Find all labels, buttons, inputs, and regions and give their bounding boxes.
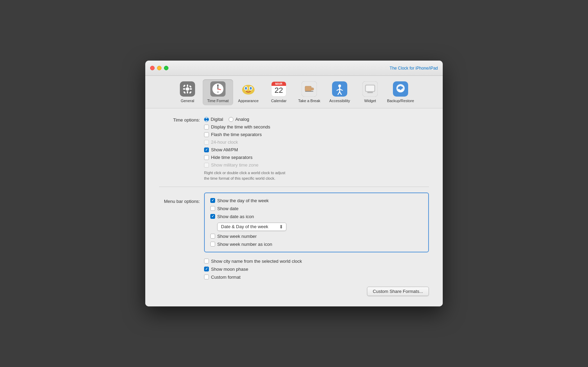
hint-text: Right click or double click a world cloc… — [204, 170, 429, 181]
digital-option[interactable]: Digital — [204, 117, 223, 122]
toolbar: General 12 12 Time Format — [145, 76, 443, 108]
display-seconds-row[interactable]: Display the time with seconds — [204, 124, 270, 129]
tab-accessibility-label: Accessibility — [329, 99, 350, 103]
tab-take-a-break-label: Take a Break — [298, 99, 320, 103]
tab-widget-label: Widget — [364, 99, 376, 103]
dropdown-value: Date & Day of the week — [221, 224, 268, 229]
digital-radio[interactable] — [204, 117, 209, 122]
show-date-checkbox[interactable] — [210, 206, 215, 211]
show-ampm-row[interactable]: Show AM/PM — [204, 147, 270, 152]
show-date-icon-checkbox[interactable] — [210, 214, 215, 219]
bottom-button-row: Custom Share Formats... — [159, 287, 429, 296]
show-week-icon-row[interactable]: Show week number as icon — [210, 242, 423, 247]
tab-appearance-label: Appearance — [238, 99, 258, 103]
show-city-checkbox[interactable] — [204, 259, 209, 263]
show-moon-checkbox[interactable] — [204, 267, 209, 271]
tab-take-a-break[interactable]: Take a Break — [294, 79, 324, 105]
24-hour-label: 24-hour clock — [211, 140, 238, 145]
maximize-button[interactable] — [164, 66, 168, 70]
minimize-button[interactable] — [157, 66, 162, 70]
tab-accessibility[interactable]: Accessibility — [324, 79, 355, 105]
show-week-num-checkbox[interactable] — [210, 234, 215, 239]
analog-option[interactable]: Analog — [229, 117, 249, 122]
24-hour-checkbox — [204, 140, 209, 145]
show-day-week-row[interactable]: Show the day of the week — [210, 198, 423, 203]
date-format-dropdown[interactable]: Date & Day of the week ⬍ — [217, 223, 286, 231]
show-day-week-checkbox[interactable] — [210, 198, 215, 203]
traffic-lights — [150, 66, 168, 70]
dropdown-arrow-icon: ⬍ — [279, 224, 283, 230]
24-hour-row: 24-hour clock — [204, 140, 270, 145]
show-ampm-label: Show AM/PM — [211, 147, 238, 152]
svg-rect-25 — [305, 91, 313, 92]
military-tz-row: Show military time zone — [204, 162, 270, 168]
tab-time-format-label: Time Format — [207, 99, 229, 103]
show-day-week-label: Show the day of the week — [217, 198, 269, 203]
svg-rect-35 — [366, 86, 374, 91]
hide-separators-row[interactable]: Hide time separators — [204, 155, 270, 160]
show-date-icon-row[interactable]: Show date as icon — [210, 214, 423, 219]
tab-calendar[interactable]: MAR 22 Calendar — [264, 79, 294, 105]
tab-backup-restore-label: Backup/Restore — [387, 99, 414, 103]
time-options-row: Time options: Digital Analog — [159, 117, 429, 168]
gear-icon — [179, 81, 196, 97]
tab-general[interactable]: General — [172, 79, 203, 105]
calendar-month: MAR — [272, 82, 286, 86]
backup-icon — [392, 81, 409, 97]
hide-separators-label: Hide time separators — [211, 155, 252, 160]
digital-label: Digital — [211, 117, 223, 122]
custom-format-label: Custom format — [211, 275, 240, 280]
custom-format-checkbox[interactable] — [204, 275, 209, 279]
military-tz-checkbox — [204, 163, 209, 168]
svg-rect-3 — [187, 91, 188, 93]
show-week-num-label: Show week number — [217, 234, 257, 239]
tab-calendar-label: Calendar — [271, 99, 287, 103]
show-week-icon-checkbox[interactable] — [210, 242, 215, 247]
show-week-num-row[interactable]: Show week number — [210, 234, 423, 239]
content-area: Time options: Digital Analog — [145, 108, 443, 306]
flash-separators-checkbox[interactable] — [204, 132, 209, 137]
custom-share-button[interactable]: Custom Share Formats... — [367, 287, 429, 296]
clock-icon: 12 12 — [210, 81, 226, 97]
close-button[interactable] — [150, 66, 155, 70]
widget-icon — [362, 81, 378, 97]
show-date-icon-label: Show date as icon — [217, 214, 254, 219]
time-options-label: Time options: — [159, 117, 204, 123]
analog-label: Analog — [235, 117, 249, 122]
show-city-label: Show city name from the selected world c… — [211, 259, 302, 264]
time-options-controls: Digital Analog Display the time with sec… — [204, 117, 270, 168]
display-seconds-checkbox[interactable] — [204, 125, 209, 129]
calendar-day: 22 — [275, 87, 283, 94]
show-date-label: Show date — [217, 206, 238, 211]
tab-general-label: General — [181, 99, 194, 103]
time-options-section: Time options: Digital Analog — [159, 117, 429, 181]
svg-text:12: 12 — [217, 91, 219, 93]
flash-separators-label: Flash the time separators — [211, 132, 262, 137]
titlebar: The Clock for iPhone/iPad — [145, 61, 443, 76]
svg-point-18 — [242, 85, 255, 95]
hide-separators-checkbox[interactable] — [204, 155, 209, 160]
custom-format-row[interactable]: Custom format — [204, 275, 429, 280]
svg-point-22 — [250, 87, 252, 90]
dropdown-row: Date & Day of the week ⬍ — [217, 223, 423, 231]
show-date-row[interactable]: Show date — [210, 206, 423, 211]
titlebar-link[interactable]: The Clock for iPhone/iPad — [390, 66, 438, 71]
svg-text:12: 12 — [217, 84, 219, 86]
show-ampm-checkbox[interactable] — [204, 147, 209, 152]
svg-rect-4 — [183, 88, 185, 90]
digital-analog-row: Digital Analog — [204, 117, 270, 122]
mask-icon — [240, 81, 257, 97]
main-window: The Clock for iPhone/iPad — [145, 61, 443, 306]
show-moon-row[interactable]: Show moon phase — [204, 267, 429, 272]
tab-widget[interactable]: Widget — [355, 79, 385, 105]
svg-rect-2 — [187, 84, 188, 87]
menubar-options-box: Show the day of the week Show date Show … — [204, 193, 429, 252]
calendar-icon: MAR 22 — [270, 81, 287, 97]
svg-rect-36 — [367, 92, 373, 93]
tab-time-format[interactable]: 12 12 Time Format — [203, 79, 233, 105]
flash-separators-row[interactable]: Flash the time separators — [204, 132, 270, 137]
analog-radio[interactable] — [229, 117, 233, 122]
tab-backup-restore[interactable]: Backup/Restore — [385, 79, 416, 105]
tab-appearance[interactable]: Appearance — [233, 79, 264, 105]
show-city-row[interactable]: Show city name from the selected world c… — [204, 259, 429, 264]
